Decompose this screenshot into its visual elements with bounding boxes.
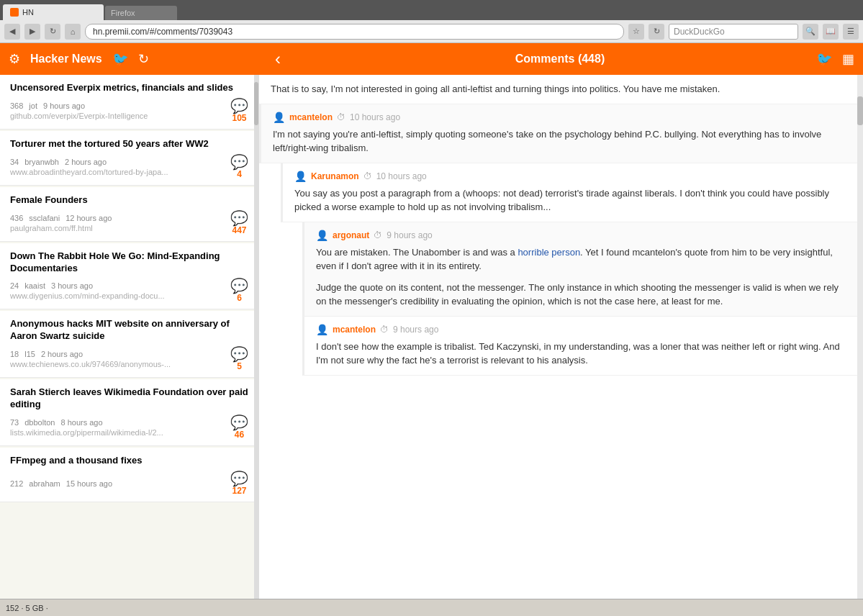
- story-title: Down The Rabbit Hole We Go: Mind-Expandi…: [10, 250, 248, 275]
- comment-count-wrap[interactable]: 💬 6: [230, 278, 248, 303]
- comments-scrollbar[interactable]: [857, 75, 863, 599]
- comment-time: 9 hours ago: [387, 230, 432, 240]
- home-button[interactable]: ⌂: [65, 24, 81, 40]
- story-title: FFmpeg and a thousand fixes: [10, 455, 248, 467]
- back-arrow-icon[interactable]: ‹: [275, 49, 281, 69]
- comment-item: 👤 mcantelon ⏱ 9 hours ago I don't see ho…: [302, 317, 857, 376]
- comment-username[interactable]: Karunamon: [311, 171, 359, 181]
- story-item[interactable]: Down The Rabbit Hole We Go: Mind-Expandi…: [0, 243, 258, 310]
- comment-text: You say as you post a paragraph from a (…: [294, 186, 846, 214]
- story-user: jot: [29, 101, 37, 110]
- story-points: 24: [10, 281, 19, 290]
- story-points: 212: [10, 479, 23, 488]
- story-item[interactable]: Uncensored Everpix metrics, financials a…: [0, 75, 258, 130]
- gear-icon[interactable]: ⚙: [9, 51, 20, 67]
- story-meta-left: 436 ssclafani 12 hours ago paulgraham.co…: [10, 214, 112, 232]
- parent-comment-text: That is to say, I'm not interested in go…: [271, 82, 846, 96]
- comment-header: 👤 mcantelon ⏱ 10 hours ago: [273, 112, 846, 123]
- comment-time: 9 hours ago: [393, 325, 438, 335]
- url-bar[interactable]: hn.premii.com/#/comments/7039043: [85, 24, 624, 40]
- refresh-icon[interactable]: ↻: [138, 51, 149, 67]
- grid-icon[interactable]: ▦: [842, 51, 854, 67]
- browser-toolbar: ◀ ▶ ↻ ⌂ hn.premii.com/#/comments/7039043…: [0, 20, 863, 43]
- bookmark-button[interactable]: ☆: [628, 24, 644, 40]
- reload-button[interactable]: ↻: [45, 24, 60, 40]
- comment-bubble-icon: 💬: [230, 471, 248, 486]
- app-header: ⚙ Hacker News 🐦 ↻ ‹ Comments (448) 🐦 ▦: [0, 43, 863, 75]
- comment-item: 👤 Karunamon ⏱ 10 hours ago You say as yo…: [281, 163, 857, 222]
- forward-button[interactable]: ▶: [24, 24, 40, 40]
- comment-username[interactable]: mcantelon: [333, 325, 376, 335]
- story-meta-left: 24 kaaist 3 hours ago www.diygenius.com/…: [10, 281, 165, 300]
- browser-tabs: HN Firefox ◀ ▶ ↻ ⌂ hn.premii.com/#/comme…: [0, 0, 863, 43]
- story-item[interactable]: FFmpeg and a thousand fixes 212 abraham …: [0, 448, 258, 502]
- story-item[interactable]: Female Founders 436 ssclafani 12 hours a…: [0, 187, 258, 242]
- menu-button[interactable]: ☰: [843, 24, 859, 40]
- comments-panel[interactable]: That is to say, I'm not interested in go…: [259, 75, 857, 599]
- story-user: ssclafani: [29, 214, 60, 222]
- comment-count-wrap[interactable]: 💬 5: [230, 347, 248, 371]
- comment-count-wrap[interactable]: 💬 127: [230, 471, 248, 496]
- story-url: lists.wikimedia.org/pipermail/wikimedia-…: [10, 428, 163, 437]
- comment-text: I don't see how the example is tribalist…: [316, 340, 846, 368]
- comment-count-wrap[interactable]: 💬 46: [230, 415, 248, 440]
- comment-count: 5: [237, 361, 242, 371]
- comment-header: 👤 argonaut ⏱ 9 hours ago: [316, 230, 846, 241]
- header-left: ⚙ Hacker News 🐦 ↻: [9, 51, 275, 67]
- search-button[interactable]: 🔍: [803, 24, 818, 40]
- comment-username[interactable]: argonaut: [333, 230, 369, 240]
- browser-search[interactable]: DuckDuckGo: [669, 24, 798, 40]
- story-meta-info: 73 dbbolton 8 hours ago: [10, 418, 163, 427]
- reader-button[interactable]: 📖: [823, 24, 839, 40]
- comment-count: 6: [237, 293, 242, 303]
- sidebar-scroll-thumb[interactable]: [254, 82, 258, 125]
- url-text: hn.premii.com/#/comments/7039043: [93, 27, 232, 37]
- comment-bubble-icon: 💬: [230, 347, 248, 361]
- story-title: Female Founders: [10, 194, 248, 207]
- comment-header: 👤 mcantelon ⏱ 9 hours ago: [316, 324, 846, 335]
- status-bar: 152 · 5 GB ·: [0, 599, 863, 616]
- clock-icon: ⏱: [380, 325, 389, 335]
- comment-username[interactable]: mcantelon: [289, 112, 333, 122]
- story-item[interactable]: Anonymous hacks MIT website on anniversa…: [0, 311, 258, 378]
- clock-icon: ⏱: [337, 112, 345, 122]
- comment-count: 447: [232, 225, 246, 235]
- twitter-icon-right[interactable]: 🐦: [816, 51, 832, 67]
- stories-sidebar[interactable]: Uncensored Everpix metrics, financials a…: [0, 75, 259, 599]
- story-meta-info: 18 l15 2 hours ago: [10, 350, 171, 358]
- comment-count-wrap[interactable]: 💬 447: [230, 211, 248, 235]
- comment-count-wrap[interactable]: 💬 4: [230, 155, 248, 179]
- inactive-tab[interactable]: Firefox: [105, 6, 177, 20]
- comment-item: 👤 argonaut ⏱ 9 hours ago You are mistake…: [302, 222, 857, 317]
- comment-bubble-icon: 💬: [230, 211, 248, 225]
- refresh-button[interactable]: ↻: [649, 24, 664, 40]
- sidebar-scrollbar[interactable]: [254, 75, 258, 599]
- story-user: bryanwbh: [24, 158, 59, 166]
- story-title: Uncensored Everpix metrics, financials a…: [10, 82, 248, 94]
- story-title: Sarah Stierch leaves Wikimedia Foundatio…: [10, 386, 248, 411]
- story-meta-left: 368 jot 9 hours ago github.com/everpix/E…: [10, 101, 148, 120]
- story-user: abraham: [29, 479, 60, 488]
- story-meta: 436 ssclafani 12 hours ago paulgraham.co…: [10, 211, 248, 235]
- story-meta-left: 18 l15 2 hours ago www.techienews.co.uk/…: [10, 350, 171, 368]
- story-time: 9 hours ago: [43, 101, 85, 110]
- back-button[interactable]: ◀: [4, 24, 20, 40]
- twitter-icon-left[interactable]: 🐦: [112, 51, 128, 67]
- story-time: 8 hours ago: [60, 418, 102, 427]
- comment-time: 10 hours ago: [350, 112, 400, 122]
- story-meta-info: 368 jot 9 hours ago: [10, 101, 148, 110]
- tab-title: HN: [22, 8, 34, 17]
- story-item[interactable]: Torturer met the tortured 50 years after…: [0, 131, 258, 186]
- story-url: www.abroadintheyard.com/tortured-by-japa…: [10, 168, 168, 176]
- story-user: l15: [24, 350, 35, 358]
- user-avatar-icon: 👤: [316, 230, 328, 241]
- story-time: 15 hours ago: [66, 479, 112, 488]
- search-placeholder: DuckDuckGo: [674, 27, 725, 37]
- story-title: Anonymous hacks MIT website on anniversa…: [10, 318, 248, 343]
- story-meta-info: 436 ssclafani 12 hours ago: [10, 214, 112, 222]
- story-meta-info: 212 abraham 15 hours ago: [10, 479, 112, 488]
- comment-count-wrap[interactable]: 💬 105: [230, 99, 248, 123]
- comments-scroll-thumb[interactable]: [857, 96, 863, 125]
- story-item[interactable]: Sarah Stierch leaves Wikimedia Foundatio…: [0, 379, 258, 446]
- active-tab[interactable]: HN: [3, 4, 104, 20]
